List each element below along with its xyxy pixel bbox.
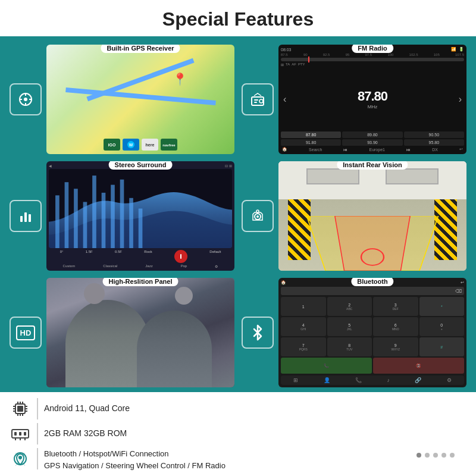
svg-rect-51 <box>14 432 17 436</box>
dot-1[interactable] <box>416 453 421 458</box>
bt-settings-icon[interactable]: ⚙ <box>447 377 452 383</box>
svg-point-13 <box>259 99 263 103</box>
preset-settings[interactable]: ⚙ <box>215 264 218 268</box>
feature-rear: Instant Rear Vision <box>242 161 466 271</box>
gps-label: Built-in GPS Receiver <box>101 45 180 53</box>
preset-custom[interactable]: Custom <box>63 264 76 268</box>
bt-key-8[interactable]: 8TUV <box>327 337 372 356</box>
bt-home-icon: 🏠 <box>281 280 286 285</box>
fm-main-display: ‹ 87.80 MHz › <box>281 68 464 130</box>
fm-preset-1[interactable]: 87.80 <box>281 131 341 138</box>
bt-screen: Bluetooth 🏠 Bluetooth_C... ↩ ⌫ 1 2ABC <box>278 278 466 387</box>
bt-key-1[interactable]: 1 <box>281 297 326 316</box>
bt-keypad: 1 2ABC 3DEF * 4GHI 5JKL 6MNO 0+ 7PQRS 8T… <box>281 297 464 374</box>
pagination-dots <box>405 453 466 458</box>
bt-key-3[interactable]: 3DEF <box>373 297 418 316</box>
fm-preset-3[interactable]: 90.50 <box>404 131 464 138</box>
preset-jazz[interactable]: Jazz <box>145 264 152 268</box>
bt-key-hash[interactable]: # <box>419 337 465 356</box>
dot-3[interactable] <box>433 453 438 458</box>
divider-3 <box>37 448 38 469</box>
bt-key-2[interactable]: 2ABC <box>327 297 372 316</box>
header: Special Features <box>0 0 476 36</box>
bt-key-6[interactable]: 6MNO <box>373 317 418 336</box>
divider-2 <box>37 423 38 444</box>
svg-rect-17 <box>24 212 27 222</box>
bt-key-9[interactable]: 9WXYZ <box>373 337 418 356</box>
stereo-screen: Stereo Surround ◀ ⊟ ⊞ <box>46 161 234 271</box>
svg-point-1 <box>24 98 27 101</box>
fm-presets: 87.80 89.80 90.50 91.80 93.90 95.80 <box>281 131 464 146</box>
bt-backspace-icon[interactable]: ⌫ <box>455 289 462 294</box>
dot-4[interactable] <box>441 453 446 458</box>
rear-icon-box <box>242 200 274 232</box>
gps-icon <box>17 91 34 108</box>
spec-row-connectivity: Bluetooth / Hotspot/WiFi ConnectionGPS N… <box>10 448 405 471</box>
fm-icon-box <box>242 83 274 115</box>
svg-point-31 <box>256 210 259 212</box>
bt-input-field[interactable]: ⌫ <box>281 287 464 295</box>
spec-connectivity-row: Bluetooth / Hotspot/WiFi ConnectionGPS N… <box>10 448 466 471</box>
fm-freq-number: 87.80 <box>358 89 387 104</box>
svg-text:here: here <box>146 143 155 147</box>
stereo-label: Stereo Surround <box>109 161 173 170</box>
bt-menu-icon[interactable]: ⊞ <box>293 377 298 383</box>
stereo-knob[interactable] <box>174 250 187 263</box>
fm-time: 08:03 <box>281 48 292 52</box>
fm-preset-6[interactable]: 95.80 <box>404 139 464 146</box>
bt-key-7[interactable]: 7PQRS <box>281 337 326 356</box>
fm-screen: FM Radio 08:03 📶🔋 87.59092.59597.5100102… <box>278 45 466 154</box>
bt-key-5[interactable]: 5JKL <box>327 317 372 336</box>
bt-key-4[interactable]: 4GHI <box>281 317 326 336</box>
svg-rect-23 <box>92 176 96 248</box>
hd-label: High-Reslition Panel <box>103 278 178 286</box>
bt-key-0plus[interactable]: 0+ <box>419 317 465 336</box>
svg-rect-27 <box>129 198 133 248</box>
feature-bluetooth: Bluetooth 🏠 Bluetooth_C... ↩ ⌫ 1 2ABC <box>242 278 466 387</box>
bt-music-icon[interactable]: ♪ <box>387 377 390 383</box>
bt-call-button[interactable]: 📞 <box>281 358 372 374</box>
igo-logo: iGO <box>104 139 120 151</box>
preset-classical[interactable]: Classical <box>103 264 117 268</box>
rear-guidelines <box>278 216 466 271</box>
bt-key-star[interactable]: * <box>419 297 465 316</box>
feature-fm: FM Radio 08:03 📶🔋 87.59092.59597.5100102… <box>242 45 466 154</box>
bt-back-icon[interactable]: ↩ <box>461 280 464 285</box>
svg-rect-16 <box>20 216 23 222</box>
gps-logos: iGO W here navfree <box>104 139 177 151</box>
bt-link-icon[interactable]: 🔗 <box>415 377 421 383</box>
gps-icon-box <box>10 83 42 115</box>
divider-1 <box>37 398 38 419</box>
svg-rect-20 <box>65 182 69 248</box>
fm-prev-button[interactable]: ‹ <box>283 94 286 105</box>
dot-2[interactable] <box>425 453 430 458</box>
svg-rect-22 <box>83 202 87 248</box>
svg-rect-25 <box>111 185 115 248</box>
preset-pop[interactable]: Pop <box>181 264 187 268</box>
cpu-icon <box>11 399 30 418</box>
fm-preset-4[interactable]: 91.80 <box>281 139 341 146</box>
radio-icon <box>249 91 266 108</box>
dot-5[interactable] <box>450 453 455 458</box>
stereo-controls: 0°1.5F0.5FRock Default Custom Classical … <box>49 250 232 268</box>
feature-hd: HD High-Reslition Panel <box>10 278 234 387</box>
ram-icon-container <box>10 423 31 444</box>
fm-options: ⊞TAAFPTY <box>281 62 464 67</box>
spec-android-text: Android 11, Quad Core <box>44 398 130 419</box>
bt-call-log-icon[interactable]: 📞 <box>355 377 362 383</box>
fm-label: FM Radio <box>352 45 393 53</box>
fm-preset-2[interactable]: 89.80 <box>342 131 402 138</box>
connectivity-icon-container <box>10 448 31 469</box>
fm-next-button[interactable]: › <box>459 94 462 105</box>
svg-rect-19 <box>55 195 60 248</box>
svg-rect-21 <box>74 189 78 248</box>
spec-row-ram: 2GB RAM 32GB ROM <box>10 423 466 444</box>
rear-door-left <box>306 168 359 184</box>
hd-screen: High-Reslition Panel <box>46 278 234 387</box>
bt-end-button[interactable]: 📵 <box>373 358 464 374</box>
page-container: Special Features Built-in GPS Receiver <box>0 0 476 476</box>
stereo-knobs: 0°1.5F0.5FRock Default <box>49 250 232 263</box>
fm-preset-5[interactable]: 93.90 <box>342 139 402 146</box>
stereo-eq-display <box>49 169 232 248</box>
bt-contact-icon[interactable]: 👤 <box>324 377 330 383</box>
